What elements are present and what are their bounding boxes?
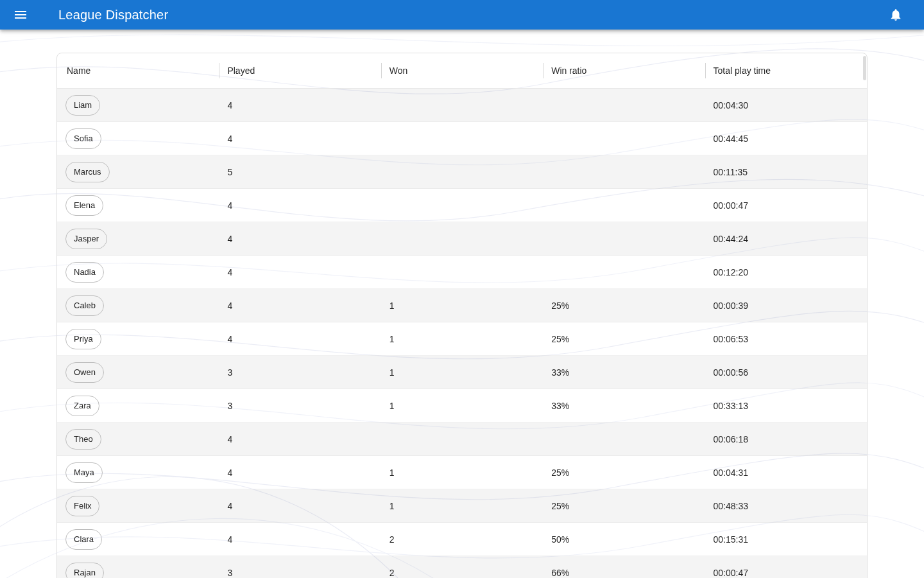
column-header-total-play-time[interactable]: Total play time bbox=[705, 53, 867, 88]
menu-button[interactable] bbox=[8, 2, 33, 28]
column-header-played[interactable]: Played bbox=[219, 53, 381, 88]
cell-win-ratio: 25% bbox=[543, 301, 705, 311]
column-separator bbox=[381, 63, 382, 78]
player-chip[interactable]: Clara bbox=[65, 529, 102, 550]
cell-total-play-time: 00:44:24 bbox=[705, 234, 867, 244]
cell-played: 4 bbox=[219, 301, 381, 311]
column-header-label: Played bbox=[227, 66, 255, 76]
player-chip[interactable]: Caleb bbox=[65, 295, 104, 316]
cell-played: 4 bbox=[219, 134, 381, 144]
cell-name: Liam bbox=[57, 95, 219, 116]
column-separator bbox=[219, 63, 219, 78]
table-row[interactable]: Clara4250%00:15:31 bbox=[57, 523, 867, 556]
player-chip[interactable]: Theo bbox=[65, 429, 101, 450]
cell-won: 1 bbox=[381, 501, 543, 511]
cell-name: Rajan bbox=[57, 563, 219, 578]
cell-total-play-time: 00:04:31 bbox=[705, 468, 867, 478]
cell-won: 2 bbox=[381, 534, 543, 545]
cell-win-ratio: 33% bbox=[543, 401, 705, 411]
cell-name: Clara bbox=[57, 529, 219, 550]
table-row[interactable]: Felix4125%00:48:33 bbox=[57, 489, 867, 523]
table-row[interactable]: Elena400:00:47 bbox=[57, 189, 867, 222]
cell-total-play-time: 00:15:31 bbox=[705, 534, 867, 545]
table-row[interactable]: Zara3133%00:33:13 bbox=[57, 389, 867, 423]
cell-name: Priya bbox=[57, 329, 219, 349]
app-title: League Dispatcher bbox=[58, 8, 168, 22]
player-chip[interactable]: Owen bbox=[65, 362, 104, 383]
league-table: Name Played Won Win ratio Total play tim… bbox=[56, 53, 868, 578]
cell-played: 3 bbox=[219, 367, 381, 378]
column-header-label: Total play time bbox=[714, 66, 771, 76]
column-separator bbox=[543, 63, 543, 78]
cell-won: 1 bbox=[381, 401, 543, 411]
column-header-win-ratio[interactable]: Win ratio bbox=[543, 53, 705, 88]
player-chip[interactable]: Marcus bbox=[65, 162, 110, 182]
player-chip[interactable]: Priya bbox=[65, 329, 101, 349]
player-chip[interactable]: Zara bbox=[65, 396, 99, 416]
player-chip[interactable]: Jasper bbox=[65, 229, 107, 249]
table-row[interactable]: Liam400:04:30 bbox=[57, 89, 867, 122]
cell-played: 4 bbox=[219, 100, 381, 110]
column-separator bbox=[705, 63, 706, 78]
player-chip[interactable]: Nadia bbox=[65, 262, 104, 283]
cell-played: 4 bbox=[219, 334, 381, 344]
table-row[interactable]: Owen3133%00:00:56 bbox=[57, 356, 867, 389]
player-chip[interactable]: Maya bbox=[65, 462, 103, 483]
cell-played: 4 bbox=[219, 501, 381, 511]
cell-name: Nadia bbox=[57, 262, 219, 283]
cell-total-play-time: 00:48:33 bbox=[705, 501, 867, 511]
table-scrollbar-thumb[interactable] bbox=[863, 56, 866, 80]
bell-icon bbox=[889, 8, 903, 22]
cell-played: 4 bbox=[219, 267, 381, 277]
table-row[interactable]: Jasper400:44:24 bbox=[57, 222, 867, 256]
cell-name: Zara bbox=[57, 396, 219, 416]
player-chip[interactable]: Liam bbox=[65, 95, 100, 116]
cell-won: 1 bbox=[381, 334, 543, 344]
cell-won: 1 bbox=[381, 367, 543, 378]
player-chip[interactable]: Rajan bbox=[65, 563, 104, 578]
table-row[interactable]: Maya4125%00:04:31 bbox=[57, 456, 867, 489]
cell-win-ratio: 33% bbox=[543, 367, 705, 378]
player-chip[interactable]: Sofia bbox=[65, 128, 101, 149]
cell-total-play-time: 00:11:35 bbox=[705, 167, 867, 177]
cell-total-play-time: 00:00:56 bbox=[705, 367, 867, 378]
table-row[interactable]: Sofia400:44:45 bbox=[57, 122, 867, 155]
table-row[interactable]: Caleb4125%00:00:39 bbox=[57, 289, 867, 322]
cell-won: 1 bbox=[381, 301, 543, 311]
cell-total-play-time: 00:12:20 bbox=[705, 267, 867, 277]
cell-total-play-time: 00:04:30 bbox=[705, 100, 867, 110]
cell-name: Jasper bbox=[57, 229, 219, 249]
cell-win-ratio: 66% bbox=[543, 568, 705, 578]
column-header-name[interactable]: Name bbox=[57, 53, 219, 88]
notifications-button[interactable] bbox=[883, 2, 909, 28]
table-row[interactable]: Nadia400:12:20 bbox=[57, 256, 867, 289]
cell-name: Theo bbox=[57, 429, 219, 450]
cell-win-ratio: 25% bbox=[543, 334, 705, 344]
cell-played: 4 bbox=[219, 200, 381, 211]
table-row[interactable]: Marcus500:11:35 bbox=[57, 155, 867, 189]
cell-total-play-time: 00:00:47 bbox=[705, 200, 867, 211]
cell-total-play-time: 00:33:13 bbox=[705, 401, 867, 411]
cell-played: 4 bbox=[219, 234, 381, 244]
cell-win-ratio: 25% bbox=[543, 501, 705, 511]
player-chip[interactable]: Felix bbox=[65, 496, 99, 516]
cell-played: 4 bbox=[219, 434, 381, 444]
table-row[interactable]: Rajan3266%00:00:47 bbox=[57, 556, 867, 578]
cell-total-play-time: 00:44:45 bbox=[705, 134, 867, 144]
table-row[interactable]: Priya4125%00:06:53 bbox=[57, 322, 867, 356]
app-bar: League Dispatcher bbox=[0, 0, 924, 30]
column-header-won[interactable]: Won bbox=[381, 53, 543, 88]
cell-win-ratio: 50% bbox=[543, 534, 705, 545]
cell-name: Marcus bbox=[57, 162, 219, 182]
table-row[interactable]: Theo400:06:18 bbox=[57, 423, 867, 456]
player-chip[interactable]: Elena bbox=[65, 195, 103, 216]
cell-total-play-time: 00:06:53 bbox=[705, 334, 867, 344]
cell-total-play-time: 00:00:39 bbox=[705, 301, 867, 311]
cell-played: 3 bbox=[219, 401, 381, 411]
table-body: Liam400:04:30Sofia400:44:45Marcus500:11:… bbox=[57, 89, 867, 578]
column-header-label: Name bbox=[67, 66, 90, 76]
cell-name: Caleb bbox=[57, 295, 219, 316]
cell-name: Owen bbox=[57, 362, 219, 383]
cell-played: 3 bbox=[219, 568, 381, 578]
cell-total-play-time: 00:06:18 bbox=[705, 434, 867, 444]
